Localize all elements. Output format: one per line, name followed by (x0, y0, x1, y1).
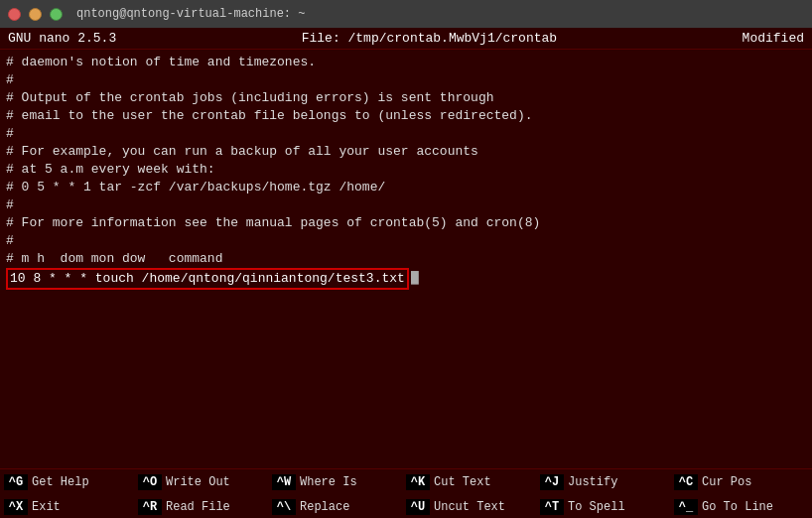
editor-lines: # daemon's notion of time and timezones.… (6, 54, 806, 268)
shortcut-label: Justify (568, 475, 617, 489)
shortcut-label: Get Help (32, 475, 89, 489)
maximize-button[interactable] (50, 8, 63, 21)
shortcut-label: Cut Text (434, 475, 491, 489)
active-line[interactable]: 10 8 * * * touch /home/qntong/qinnianton… (6, 268, 806, 290)
editor-line: # at 5 a.m every week with: (6, 161, 806, 179)
shortcut-item[interactable]: ^XExit (4, 494, 138, 518)
shortcut-item[interactable]: ^_Go To Line (674, 494, 808, 518)
shortcut-label: Go To Line (702, 500, 773, 514)
shortcut-label: Exit (32, 500, 61, 514)
editor-line: # (6, 196, 806, 214)
nano-version: GNU nano 2.5.3 (8, 31, 116, 46)
editor-line: # For example, you can run a backup of a… (6, 143, 806, 161)
shortcut-key: ^W (272, 474, 296, 490)
shortcut-label: Write Out (166, 475, 230, 489)
shortcut-key: ^_ (674, 499, 698, 515)
shortcut-item[interactable]: ^CCur Pos (674, 469, 808, 494)
nano-status: Modified (743, 31, 804, 46)
shortcut-key: ^G (4, 474, 28, 490)
editor-line: # For more information see the manual pa… (6, 214, 806, 232)
editor-line: # Output of the crontab jobs (including … (6, 89, 806, 107)
editor-line: # daemon's notion of time and timezones. (6, 54, 806, 71)
title-bar: qntong@qntong-virtual-machine: ~ (0, 0, 812, 28)
shortcut-item[interactable]: ^TTo Spell (540, 494, 674, 518)
shortcut-label: Replace (300, 500, 349, 514)
shortcut-label: To Spell (568, 500, 625, 514)
shortcut-item[interactable]: ^\Replace (272, 494, 406, 518)
shortcut-key: ^K (406, 474, 430, 490)
shortcut-row-2: ^XExit^RRead File^\Replace^UUncut Text^T… (0, 494, 812, 518)
shortcut-item[interactable]: ^GGet Help (4, 469, 138, 494)
minimize-button[interactable] (29, 8, 42, 21)
shortcut-item[interactable]: ^WWhere Is (272, 469, 406, 494)
shortcut-label: Cur Pos (702, 475, 751, 489)
shortcut-key: ^\ (272, 499, 296, 515)
shortcut-label: Uncut Text (434, 500, 505, 514)
shortcut-key: ^T (540, 499, 564, 515)
nano-header: GNU nano 2.5.3 File: /tmp/crontab.MwbVj1… (0, 28, 812, 50)
shortcut-item[interactable]: ^KCut Text (406, 469, 540, 494)
editor-line: # (6, 232, 806, 250)
shortcut-row-1: ^GGet Help^OWrite Out^WWhere Is^KCut Tex… (0, 469, 812, 494)
shortcut-item[interactable]: ^RRead File (138, 494, 272, 518)
shortcut-label: Where Is (300, 475, 357, 489)
shortcut-key: ^X (4, 499, 28, 515)
shortcut-item[interactable]: ^JJustify (540, 469, 674, 494)
shortcut-item[interactable]: ^UUncut Text (406, 494, 540, 518)
editor-line: # (6, 125, 806, 143)
shortcuts-bar: ^GGet Help^OWrite Out^WWhere Is^KCut Tex… (0, 468, 812, 518)
editor-line: # 0 5 * * 1 tar -zcf /var/backups/home.t… (6, 179, 806, 196)
editor-line: # m h dom mon dow command (6, 250, 806, 268)
shortcut-key: ^O (138, 474, 162, 490)
nano-file: File: /tmp/crontab.MwbVj1/crontab (302, 31, 557, 46)
window-title: qntong@qntong-virtual-machine: ~ (76, 7, 305, 21)
shortcut-key: ^U (406, 499, 430, 515)
active-line-content[interactable]: 10 8 * * * touch /home/qntong/qinnianton… (6, 268, 409, 290)
close-button[interactable] (8, 8, 21, 21)
editor-line: # (6, 71, 806, 89)
editor-area[interactable]: # daemon's notion of time and timezones.… (0, 50, 812, 415)
shortcut-key: ^J (540, 474, 564, 490)
shortcut-key: ^C (674, 474, 698, 490)
shortcut-key: ^R (138, 499, 162, 515)
shortcut-item[interactable]: ^OWrite Out (138, 469, 272, 494)
shortcut-label: Read File (166, 500, 230, 514)
editor-line: # email to the user the crontab file bel… (6, 107, 806, 125)
